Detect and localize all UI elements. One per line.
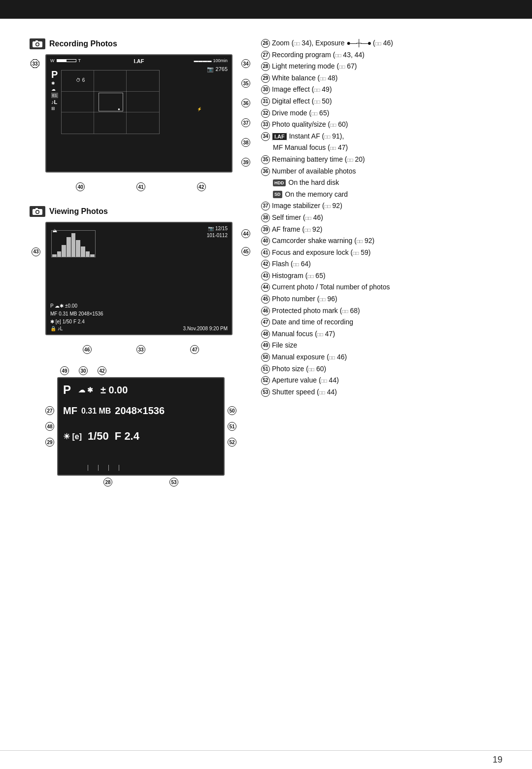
right-callouts-recording: 34 35 36 37 38 39 — [241, 59, 250, 167]
right-callouts-viewing: 44 45 — [241, 229, 250, 256]
tick-marks — [88, 465, 119, 471]
list-item-31: 31 Digital effect (□□ 50) — [261, 97, 502, 106]
list-item-40: 40 Camcorder shake warning (□□ 92) — [261, 236, 502, 246]
viewing-photos-title: Viewing Photos — [49, 207, 108, 216]
svg-point-6 — [36, 211, 39, 213]
recording-display: W T I.AF ▬▬▬▬ 100min 📷 2765 P — [45, 54, 233, 173]
viewing-photos-header: Viewing Photos — [30, 206, 236, 217]
mode-ev: P ☁✱ ±0.00 — [50, 303, 77, 309]
callout-43-wrapper: 43 — [32, 246, 40, 256]
right-callouts-large: 50 51 52 — [228, 406, 236, 447]
callout-30b: 30 — [79, 366, 88, 375]
list-item-43: 43 Histogram (□□ 65) — [261, 271, 502, 281]
file-count: 📷 12/15 — [208, 226, 228, 231]
list-item-28: 28 Light metering mode (□□ 67) — [261, 62, 502, 71]
date-info: 🔒 ♪L — [50, 326, 63, 331]
callout-51: 51 — [228, 422, 236, 431]
list-item-27: 27 Recording program (□□ 43, 44) — [261, 50, 502, 60]
list-item-36-hdd: HDD On the hard disk SD On the memory ca… — [261, 178, 502, 199]
callout-43: 43 — [32, 247, 40, 256]
camera-icon-viewing — [30, 206, 45, 217]
histogram-box — [51, 230, 96, 257]
file-number: 101-0112 — [207, 233, 228, 238]
list-item-34: 34 I.AF Instant AF (□□ 91), — [261, 132, 502, 141]
page-number: 19 — [493, 755, 502, 765]
list-item-39: 39 AF frame (□□ 92) — [261, 225, 502, 235]
callout-29b: 29 — [45, 438, 54, 447]
bottom-callouts-viewing: 46 33 47 — [45, 345, 236, 354]
top-callouts-large: 49 30 42 — [45, 366, 236, 375]
focus-dot: ● — [118, 107, 120, 111]
callout-33: 33 — [31, 59, 39, 68]
large-display-wrapper: 49 30 42 27 48 29 P ☁ ✱ ± 0.00 — [45, 366, 236, 487]
list-item-37: 37 Image stabilizer (□□ 92) — [261, 201, 502, 211]
list-item-35: 35 Remaining battery time (□□ 20) — [261, 155, 502, 165]
callout-53: 53 — [169, 478, 178, 487]
callout-28b: 28 — [103, 478, 112, 487]
camera-icon-recording — [30, 38, 45, 49]
callout-33b: 33 — [136, 345, 145, 354]
recording-display-wrapper: 26 27 28 29 30 31 32 33 W T I. — [45, 54, 236, 191]
large-display-row: 27 48 29 P ☁ ✱ ± 0.00 MF 0.31 MB — [45, 377, 236, 476]
recording-photos-title: Recording Photos — [49, 39, 117, 48]
recording-photos-header: Recording Photos — [30, 38, 236, 49]
list-item-33: 33 Photo quality/size (□□ 60) — [261, 120, 502, 130]
zoom-bar: W T — [50, 58, 81, 63]
list-item-29: 29 White balance (□□ 48) — [261, 73, 502, 83]
viewing-display-wrapper: 43 📷 12/15 101-0112 — [45, 222, 236, 354]
large-middle-row: MF 0.31 MB 2048×1536 — [63, 405, 165, 417]
callout-44: 44 — [241, 229, 250, 238]
bottom-callouts-large: 28 53 — [45, 478, 236, 487]
callout-39: 39 — [241, 158, 250, 167]
list-item-41: 41 Focus and exposure lock (□□ 59) — [261, 248, 502, 258]
callout-34: 34 — [241, 59, 250, 68]
right-column: 26 Zoom (□□ 34), Exposure ●—┼—● (□□ 46) … — [251, 38, 502, 731]
list-item-38: 38 Self timer (□□ 46) — [261, 213, 502, 223]
large-top-row: P ☁ ✱ ± 0.00 — [63, 383, 128, 397]
left-callouts-large: 27 48 29 — [45, 406, 54, 447]
list-item-44: 44 Current photo / Total number of photo… — [261, 282, 502, 292]
callout-45: 45 — [241, 247, 250, 256]
list-item-45: 45 Photo number (□□ 96) — [261, 294, 502, 304]
callout-42: 42 — [197, 182, 206, 191]
callout-42b: 42 — [98, 366, 106, 375]
callout-46b: 46 — [83, 345, 92, 354]
list-item-30: 30 Image effect (□□ 49) — [261, 85, 502, 95]
photos-count: 📷 2765 — [207, 66, 228, 72]
bottom-callouts-recording: 40 41 42 — [45, 182, 236, 191]
list-item-46: 46 Protected photo mark (□□ 68) — [261, 306, 502, 316]
grid-frame — [61, 70, 160, 134]
callout-40: 40 — [76, 182, 85, 191]
exposure-info: ✱ [e] 1/50 F 2.4 — [50, 319, 85, 324]
list-item-34b: MF Manual focus (□□ 47) — [261, 143, 502, 153]
mode-p-recording: P — [51, 69, 58, 80]
svg-rect-7 — [35, 208, 38, 210]
callout-37: 37 — [241, 118, 250, 127]
svg-point-2 — [36, 43, 39, 46]
list-item-53: 53 Shutter speed (□□ 44) — [261, 387, 502, 397]
callout-41: 41 — [136, 182, 145, 191]
list-item-49: 49 File size — [261, 341, 502, 350]
iaf-indicator: I.AF — [134, 58, 144, 64]
callout-50: 50 — [228, 406, 236, 415]
top-bar — [0, 0, 532, 19]
side-icons-recording: ✱ ☁ E1 ♪L ⊞ — [51, 81, 58, 111]
list-item-26: 26 Zoom (□□ 34), Exposure ●—┼—● (□□ 46) — [261, 38, 502, 48]
callout-48: 48 — [45, 422, 54, 431]
list-item-36: 36 Number of available photos — [261, 167, 502, 176]
mf-info: MF 0.31 MB 2048×1536 — [50, 311, 103, 316]
list-item-51: 51 Photo size (□□ 60) — [261, 364, 502, 374]
callout-52: 52 — [228, 438, 236, 447]
list-item-42: 42 Flash (□□ 64) — [261, 259, 502, 269]
flash-indicator: ⚡ — [197, 107, 202, 111]
mountain-icon: ⛰ — [52, 228, 57, 233]
callout-38: 38 — [241, 138, 250, 147]
bottom-bar: 19 — [0, 750, 532, 769]
main-content: Recording Photos 26 27 28 29 30 31 32 33… — [0, 19, 532, 750]
large-bottom-row: ☀ [e] 1/50 F 2.4 — [63, 430, 139, 443]
list-item-32: 32 Drive mode (□□ 65) — [261, 108, 502, 118]
battery-display: ▬▬▬▬ 100min — [194, 58, 228, 63]
callout-49: 49 — [60, 366, 69, 375]
viewing-display: 📷 12/15 101-0112 ⛰ P ☁✱ ±0. — [45, 222, 233, 335]
feature-list: 26 Zoom (□□ 34), Exposure ●—┼—● (□□ 46) … — [261, 38, 502, 397]
